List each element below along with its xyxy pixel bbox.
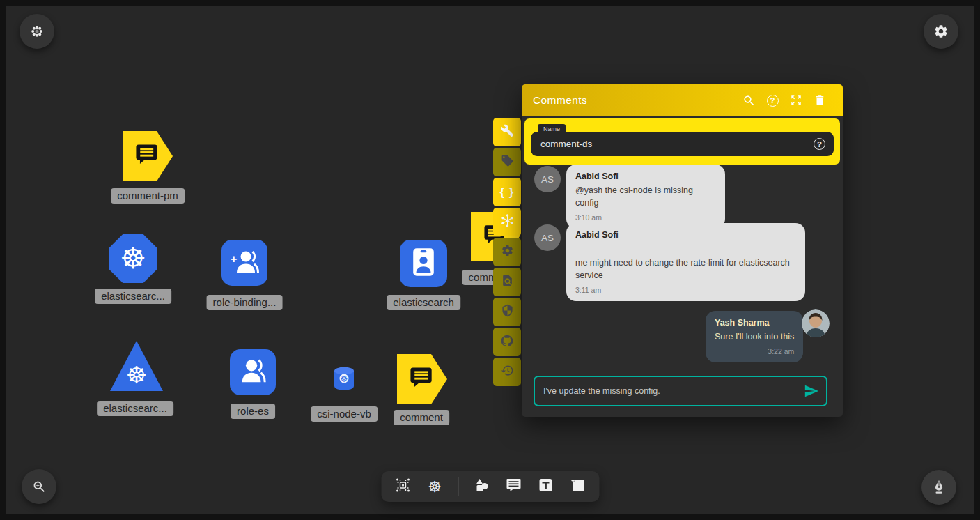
settings-button[interactable] — [924, 14, 958, 49]
field-help-icon[interactable]: ? — [814, 138, 825, 150]
history-tool-button[interactable] — [493, 358, 521, 386]
node-csi-node-vb[interactable]: ☸ — [332, 367, 356, 392]
storage-cylinder-icon: ☸ — [332, 366, 356, 394]
shield-icon — [501, 304, 514, 320]
node-elasticsearch-triangle[interactable]: ☸ — [110, 341, 163, 391]
text-tool-button[interactable] — [536, 477, 554, 496]
gear-icon — [501, 244, 514, 260]
node-comment[interactable] — [397, 354, 447, 404]
github-icon — [500, 334, 514, 351]
tag-icon — [501, 154, 514, 170]
comment-tool-button[interactable] — [504, 477, 522, 496]
canvas[interactable]: comment-pm ☸ elasticsearc... + role-bind… — [6, 6, 974, 514]
node-label[interactable]: comment — [394, 410, 449, 425]
delete-button[interactable] — [808, 94, 832, 107]
node-label[interactable]: role-binding... — [207, 295, 283, 310]
name-input[interactable] — [540, 139, 814, 149]
braces-icon: { } — [500, 185, 515, 199]
service-account-badge-icon — [410, 246, 437, 281]
message-time: 3:22 am — [715, 347, 794, 355]
message-time: 3:11 am — [575, 286, 796, 294]
comment-composer — [534, 376, 827, 406]
app-window: comment-pm ☸ elasticsearc... + role-bind… — [0, 0, 980, 520]
panel-title: Comments — [533, 94, 737, 107]
settings-gear-icon — [933, 24, 949, 39]
message-author: Aabid Sofi — [575, 230, 796, 240]
search-button[interactable] — [737, 94, 761, 107]
comments-panel-header[interactable]: Comments ? — [522, 84, 843, 116]
node-action-toolbar: { } — [493, 118, 521, 386]
zoom-in-button[interactable] — [22, 469, 56, 504]
message-text: me might need to change the rate-limit f… — [575, 257, 796, 282]
node-comment-pm[interactable] — [123, 131, 173, 181]
comment-tool-icon — [505, 477, 522, 496]
comments-panel: Comments ? Name ? AS Aabid Sofi @yash th… — [522, 84, 843, 417]
chat-message: Aabid Sofi me might need to change the r… — [566, 223, 805, 301]
send-button[interactable] — [804, 383, 819, 399]
mesh-icon — [500, 213, 515, 231]
comment-bubble-icon — [135, 144, 160, 169]
svg-text:☸: ☸ — [341, 374, 348, 384]
shield-tool-button[interactable] — [493, 298, 521, 326]
expand-button[interactable] — [784, 94, 808, 107]
toolbar-divider — [458, 477, 458, 496]
tag-tool-button[interactable] — [493, 148, 521, 176]
message-text: @yash the csi-node is missing config — [575, 184, 716, 209]
svg-text:+: + — [231, 253, 237, 265]
zoom-in-icon — [32, 480, 47, 494]
app-flower-icon — [30, 24, 44, 38]
wrench-tool-button[interactable] — [493, 118, 521, 146]
wrench-icon — [501, 124, 514, 140]
help-button[interactable]: ? — [761, 95, 784, 107]
message-author: Yash Sharma — [715, 318, 794, 328]
app-menu-button[interactable] — [20, 14, 54, 49]
github-tool-button[interactable] — [493, 328, 521, 356]
shape-palette-toolbar: ☸ — [381, 471, 599, 502]
message-time: 3:10 am — [575, 213, 716, 222]
node-label[interactable]: elasticsearc... — [95, 289, 171, 304]
name-field-section: Name ? — [524, 118, 840, 165]
component-graph-icon — [394, 477, 411, 496]
chat-message: Aabid Sofi @yash the csi-node is missing… — [566, 165, 725, 229]
mesh-tool-button[interactable] — [493, 208, 521, 236]
shapes-button[interactable] — [472, 477, 490, 496]
doc-search-tool-button[interactable] — [493, 268, 521, 296]
avatar-photo — [802, 309, 830, 337]
help-icon: ? — [767, 95, 779, 107]
node-label[interactable]: elasticsearc... — [97, 401, 173, 416]
pen-tool-button[interactable] — [921, 470, 956, 505]
node-label[interactable]: csi-node-vb — [311, 406, 378, 422]
node-elasticsearch-octagon[interactable]: ☸ — [109, 234, 157, 283]
kubernetes-button[interactable]: ☸ — [426, 477, 444, 496]
node-role-binding[interactable]: + — [221, 240, 267, 286]
chat-message: Yash Sharma Sure I'll look into this 3:2… — [706, 311, 803, 362]
node-label[interactable]: role-es — [231, 404, 275, 419]
avatar: AS — [534, 224, 561, 251]
node-role-es[interactable] — [230, 349, 276, 395]
kubernetes-wheel-icon: ☸ — [126, 363, 147, 387]
avatar: AS — [534, 166, 561, 192]
gear-tool-button[interactable] — [493, 238, 521, 266]
text-tool-icon — [537, 477, 554, 496]
note-tool-icon — [569, 477, 586, 496]
node-label[interactable]: comment-pm — [111, 188, 185, 204]
role-binding-icon: + — [229, 247, 260, 278]
doc-search-icon — [501, 274, 514, 290]
comment-input[interactable] — [543, 386, 804, 396]
history-icon — [501, 364, 514, 380]
node-elasticsearch-serviceaccount[interactable] — [400, 240, 447, 287]
note-tool-button[interactable] — [568, 477, 586, 496]
braces-tool-button[interactable]: { } — [493, 178, 521, 206]
shapes-icon — [473, 477, 490, 496]
node-label[interactable]: elasticsearch — [387, 295, 460, 310]
role-icon — [238, 357, 267, 388]
component-graph-button[interactable] — [394, 477, 412, 496]
pen-tool-icon — [931, 479, 947, 496]
kubernetes-wheel-icon: ☸ — [120, 244, 146, 273]
message-text: Sure I'll look into this — [715, 330, 794, 343]
kubernetes-icon: ☸ — [428, 478, 442, 496]
message-author: Aabid Sofi — [575, 171, 716, 181]
comment-bubble-icon — [410, 367, 435, 392]
